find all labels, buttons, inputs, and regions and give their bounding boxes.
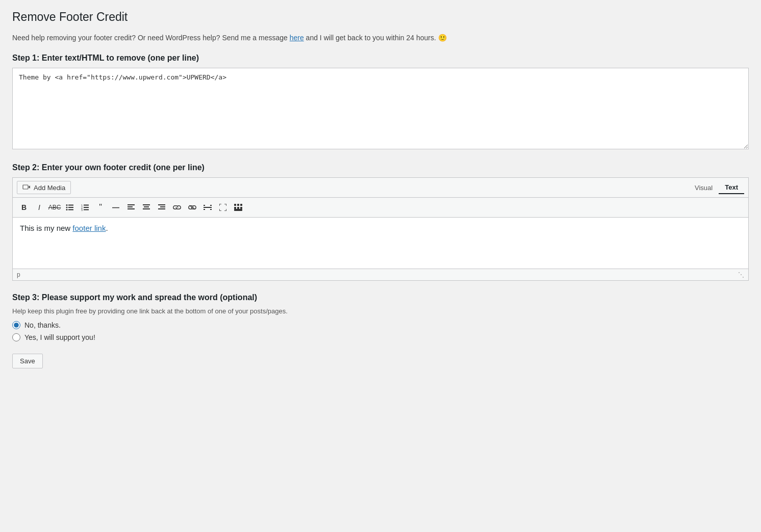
step2-section: Step 2: Enter your own footer credit (on… bbox=[12, 163, 749, 281]
step1-textarea[interactable] bbox=[12, 68, 749, 149]
svg-rect-18 bbox=[144, 206, 149, 207]
svg-rect-16 bbox=[128, 208, 135, 209]
intro-link[interactable]: here bbox=[290, 34, 304, 42]
svg-rect-13 bbox=[84, 209, 89, 210]
toolbar-bullet-list[interactable] bbox=[63, 201, 77, 214]
toolbar-numbered-list[interactable]: 1.2.3. bbox=[78, 201, 92, 214]
svg-text:3.: 3. bbox=[81, 208, 83, 211]
toolbar-blockquote[interactable]: " bbox=[93, 201, 108, 214]
step3-section: Step 3: Please support my work and sprea… bbox=[12, 293, 749, 341]
toolbar-bold[interactable]: B bbox=[17, 201, 31, 214]
svg-rect-28 bbox=[210, 209, 212, 210]
radio-group: No, thanks. Yes, I will support you! bbox=[12, 321, 749, 341]
svg-rect-33 bbox=[237, 207, 239, 209]
svg-rect-17 bbox=[143, 204, 150, 205]
tab-visual[interactable]: Visual bbox=[689, 181, 719, 194]
svg-rect-35 bbox=[234, 209, 242, 211]
svg-rect-24 bbox=[204, 207, 212, 208]
editor-topbar: Add Media Visual Text bbox=[13, 178, 748, 198]
svg-rect-34 bbox=[240, 207, 242, 209]
svg-rect-31 bbox=[240, 204, 242, 206]
intro-before-link: Need help removing your footer credit? O… bbox=[12, 34, 290, 42]
svg-rect-30 bbox=[237, 204, 239, 206]
svg-rect-32 bbox=[234, 207, 236, 209]
radio-no[interactable] bbox=[12, 321, 20, 329]
intro-text: Need help removing your footer credit? O… bbox=[12, 32, 749, 43]
tab-text[interactable]: Text bbox=[719, 181, 744, 194]
radio-no-label[interactable]: No, thanks. bbox=[12, 321, 749, 329]
toolbar-strikethrough[interactable]: ABC bbox=[47, 201, 62, 214]
add-media-label: Add Media bbox=[34, 184, 65, 192]
toolbar-toggle-kitchen-sink[interactable] bbox=[231, 201, 245, 214]
svg-rect-25 bbox=[204, 205, 205, 206]
svg-rect-21 bbox=[160, 206, 165, 207]
editor-content[interactable]: This is my new footer link. bbox=[13, 218, 748, 269]
editor-text-after-link: . bbox=[106, 224, 108, 232]
toolbar-unlink[interactable] bbox=[185, 201, 199, 214]
svg-rect-15 bbox=[128, 206, 133, 207]
radio-no-text: No, thanks. bbox=[24, 321, 61, 329]
toolbar-align-left[interactable] bbox=[124, 201, 138, 214]
toolbar-align-right[interactable] bbox=[155, 201, 169, 214]
radio-yes-label[interactable]: Yes, I will support you! bbox=[12, 333, 749, 341]
svg-rect-20 bbox=[158, 204, 165, 205]
svg-rect-29 bbox=[234, 204, 236, 206]
save-button[interactable]: Save bbox=[12, 354, 43, 368]
view-tabs: Visual Text bbox=[689, 181, 744, 194]
editor-wrapper: Add Media Visual Text B I ABC 1.2.3. " — bbox=[12, 177, 749, 281]
toolbar-horizontal-rule[interactable]: — bbox=[109, 201, 123, 214]
intro-emoji: 🙂 bbox=[438, 34, 447, 42]
svg-rect-27 bbox=[204, 209, 205, 210]
svg-rect-26 bbox=[210, 205, 212, 206]
add-media-button[interactable]: Add Media bbox=[17, 181, 71, 194]
svg-point-4 bbox=[66, 207, 68, 208]
step3-description: Help keep this plugin free by providing … bbox=[12, 307, 749, 315]
svg-point-6 bbox=[66, 209, 68, 210]
svg-rect-9 bbox=[84, 205, 89, 206]
step1-heading: Step 1: Enter text/HTML to remove (one p… bbox=[12, 54, 749, 63]
page-title: Remove Footer Credit bbox=[12, 10, 749, 24]
toolbar-italic[interactable]: I bbox=[32, 201, 46, 214]
toolbar-fullscreen[interactable] bbox=[216, 201, 230, 214]
svg-rect-19 bbox=[143, 208, 150, 209]
svg-rect-22 bbox=[158, 208, 165, 209]
editor-text-before-link: This is my new bbox=[20, 224, 72, 232]
svg-rect-7 bbox=[68, 209, 73, 210]
editor-footer: p ⋱ bbox=[13, 269, 748, 280]
svg-rect-14 bbox=[128, 204, 135, 205]
resize-handle[interactable]: ⋱ bbox=[738, 271, 744, 278]
step1-section: Step 1: Enter text/HTML to remove (one p… bbox=[12, 54, 749, 151]
intro-after-link: and I will get back to you within 24 hou… bbox=[304, 34, 436, 42]
step2-heading: Step 2: Enter your own footer credit (on… bbox=[12, 163, 749, 172]
svg-rect-11 bbox=[84, 207, 89, 208]
step3-heading: Step 3: Please support my work and sprea… bbox=[12, 293, 749, 302]
toolbar-align-center[interactable] bbox=[139, 201, 154, 214]
editor-footer-link[interactable]: footer link bbox=[72, 224, 106, 232]
radio-yes-text: Yes, I will support you! bbox=[24, 333, 95, 341]
svg-rect-0 bbox=[23, 185, 28, 189]
toolbar-link[interactable] bbox=[170, 201, 184, 214]
editor-toolbar: B I ABC 1.2.3. " — bbox=[13, 198, 748, 218]
editor-path-tag: p bbox=[17, 271, 20, 278]
svg-rect-5 bbox=[68, 207, 73, 208]
radio-yes[interactable] bbox=[12, 333, 20, 341]
svg-rect-3 bbox=[68, 205, 73, 206]
add-media-icon bbox=[22, 183, 31, 192]
svg-point-2 bbox=[66, 204, 68, 206]
toolbar-readmore[interactable] bbox=[200, 201, 215, 214]
